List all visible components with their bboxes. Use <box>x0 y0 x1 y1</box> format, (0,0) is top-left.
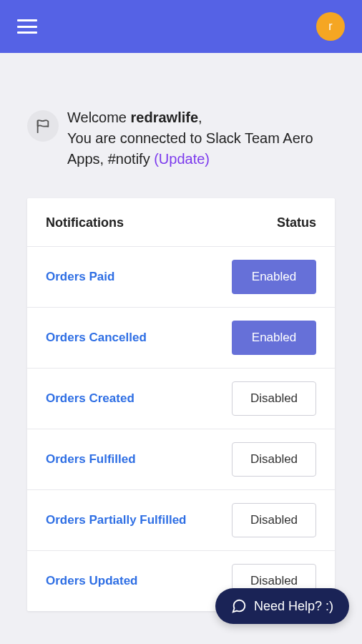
notification-row: Orders FulfilledDisabled <box>27 429 335 490</box>
welcome-section: Welcome redrawlife, You are connected to… <box>0 53 362 198</box>
notification-row: Orders CancelledEnabled <box>27 308 335 369</box>
slack-channel: #notify <box>108 151 150 167</box>
notification-row: Orders PaidEnabled <box>27 247 335 308</box>
card-header: Notifications Status <box>27 198 335 247</box>
avatar-initial: r <box>328 20 332 33</box>
update-link[interactable]: (Update) <box>154 151 210 167</box>
help-widget[interactable]: Need Help? :) <box>215 588 349 624</box>
status-toggle-button[interactable]: Disabled <box>232 503 316 537</box>
status-toggle-button[interactable]: Disabled <box>232 381 316 416</box>
welcome-suffix: , <box>198 109 202 125</box>
notification-link[interactable]: Orders Cancelled <box>46 331 147 345</box>
flag-icon <box>27 110 59 142</box>
chat-icon <box>231 598 247 614</box>
col-header-notifications: Notifications <box>46 215 124 230</box>
notification-link[interactable]: Orders Paid <box>46 270 114 284</box>
status-toggle-button[interactable]: Enabled <box>232 260 316 294</box>
notifications-card: Notifications Status Orders PaidEnabledO… <box>27 198 335 611</box>
notification-link[interactable]: Orders Updated <box>46 574 137 588</box>
app-header: r <box>0 0 362 53</box>
notification-row: Orders CreatedDisabled <box>27 369 335 429</box>
welcome-username: redrawlife <box>131 109 198 125</box>
notification-link[interactable]: Orders Created <box>46 391 134 406</box>
help-widget-label: Need Help? :) <box>254 599 333 614</box>
status-toggle-button[interactable]: Enabled <box>232 321 316 355</box>
avatar[interactable]: r <box>316 12 345 41</box>
welcome-text: Welcome redrawlife, You are connected to… <box>67 107 335 170</box>
notification-link[interactable]: Orders Partially Fulfilled <box>46 513 187 527</box>
col-header-status: Status <box>277 215 316 230</box>
hamburger-menu-icon[interactable] <box>17 19 37 34</box>
welcome-prefix: Welcome <box>67 109 131 125</box>
notification-link[interactable]: Orders Fulfilled <box>46 452 136 467</box>
status-toggle-button[interactable]: Disabled <box>232 442 316 477</box>
notification-row: Orders Partially FulfilledDisabled <box>27 490 335 551</box>
